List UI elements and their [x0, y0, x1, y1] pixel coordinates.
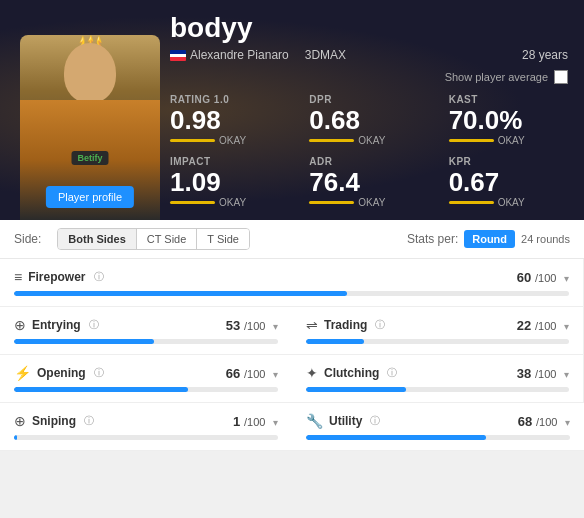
- cat-name-opening: Opening: [37, 366, 86, 380]
- progress-fill-sniping: [14, 435, 17, 440]
- rounds-count-label: 24 rounds: [521, 233, 570, 245]
- cat-info-clutching: ⓘ: [387, 366, 397, 380]
- cat-arrow-opening[interactable]: ▾: [273, 369, 278, 380]
- progress-bg-entrying: [14, 339, 278, 344]
- progress-fill-trading: [306, 339, 364, 344]
- progress-bg-clutching: [306, 387, 569, 392]
- category-clutching: ✦ Clutching ⓘ 38 /100 ▾: [292, 355, 584, 403]
- cat-arrow-firepower[interactable]: ▾: [564, 273, 569, 284]
- cat-left-entrying: ⊕ Entrying ⓘ: [14, 317, 99, 333]
- cat-info-firepower: ⓘ: [94, 270, 104, 284]
- cat-left-trading: ⇌ Trading ⓘ: [306, 317, 385, 333]
- gray-bar-impact: [170, 201, 215, 204]
- stat-kpr-value: 0.67: [449, 169, 568, 195]
- entrying-icon: ⊕: [14, 317, 26, 333]
- tab-both-sides[interactable]: Both Sides: [58, 229, 136, 249]
- cat-score-max-trading: /100: [535, 320, 556, 332]
- cat-name-sniping: Sniping: [32, 414, 76, 428]
- cat-header-entrying: ⊕ Entrying ⓘ 53 /100 ▾: [14, 317, 278, 333]
- cat-arrow-utility[interactable]: ▾: [565, 417, 570, 428]
- gray-bar-dpr: [309, 139, 354, 142]
- cat-score-max-opening: /100: [244, 368, 265, 380]
- cat-score-num-clutching: 38: [517, 366, 531, 381]
- stat-impact-gray: OKAY: [170, 197, 289, 208]
- stat-kast-label: KAST: [449, 94, 568, 105]
- cat-score-num-firepower: 60: [517, 270, 531, 285]
- player-head: [64, 43, 116, 103]
- cat-arrow-entrying[interactable]: ▾: [273, 321, 278, 332]
- cat-header-trading: ⇌ Trading ⓘ 22 /100 ▾: [306, 317, 569, 333]
- cat-header-utility: 🔧 Utility ⓘ 68 /100 ▾: [306, 413, 570, 429]
- tab-ct-side[interactable]: CT Side: [137, 229, 198, 249]
- category-firepower: ≡ Firepower ⓘ 60 /100 ▾: [0, 259, 584, 307]
- cat-score-max-sniping: /100: [244, 416, 265, 428]
- round-button[interactable]: Round: [464, 230, 515, 248]
- stat-kpr: KPR 0.67 OKAY: [449, 156, 568, 208]
- stat-adr-gray: OKAY: [309, 197, 428, 208]
- gray-label-rating: OKAY: [219, 135, 246, 146]
- cat-score-num-sniping: 1: [233, 414, 240, 429]
- stat-dpr-value: 0.68: [309, 107, 428, 133]
- cat-arrow-sniping[interactable]: ▾: [273, 417, 278, 428]
- cat-left-firepower: ≡ Firepower ⓘ: [14, 269, 104, 285]
- stat-dpr: DPR 0.68 OKAY: [309, 94, 428, 146]
- player-meta: Alexandre Pianaro 3DMAX 28 years: [170, 48, 568, 62]
- stat-kast-gray: OKAY: [449, 135, 568, 146]
- cat-score-clutching: 38 /100 ▾: [517, 366, 569, 381]
- stat-rating-label: RATING 1.0: [170, 94, 289, 105]
- progress-fill-clutching: [306, 387, 406, 392]
- cat-info-sniping: ⓘ: [84, 414, 94, 428]
- stat-kast-value: 70.0%: [449, 107, 568, 133]
- cat-score-utility: 68 /100 ▾: [518, 414, 570, 429]
- gray-label-dpr: OKAY: [358, 135, 385, 146]
- cat-arrow-clutching[interactable]: ▾: [564, 369, 569, 380]
- gray-label-impact: OKAY: [219, 197, 246, 208]
- player-age: 28 years: [522, 48, 568, 62]
- side-label: Side:: [14, 232, 41, 246]
- category-trading: ⇌ Trading ⓘ 22 /100 ▾: [292, 307, 584, 355]
- player-team: 3DMAX: [305, 48, 346, 62]
- gray-bar-kast: [449, 139, 494, 142]
- stat-impact-value: 1.09: [170, 169, 289, 195]
- category-utility: 🔧 Utility ⓘ 68 /100 ▾: [292, 403, 584, 451]
- stats-grid: RATING 1.0 0.98 OKAY DPR 0.68 OKAY KAST …: [170, 94, 568, 208]
- stat-adr: ADR 76.4 OKAY: [309, 156, 428, 208]
- progress-bg-sniping: [14, 435, 278, 440]
- stat-dpr-gray: OKAY: [309, 135, 428, 146]
- cat-score-trading: 22 /100 ▾: [517, 318, 569, 333]
- progress-bg-utility: [306, 435, 570, 440]
- side-tabs: Both Sides CT Side T Side: [57, 228, 250, 250]
- stat-rating: RATING 1.0 0.98 OKAY: [170, 94, 289, 146]
- cat-arrow-trading[interactable]: ▾: [564, 321, 569, 332]
- cat-name-firepower: Firepower: [28, 270, 85, 284]
- cat-score-max-utility: /100: [536, 416, 557, 428]
- stats-per-label: Stats per:: [407, 232, 458, 246]
- cat-name-trading: Trading: [324, 318, 367, 332]
- cat-score-max-entrying: /100: [244, 320, 265, 332]
- tab-t-side[interactable]: T Side: [197, 229, 249, 249]
- cat-header-firepower: ≡ Firepower ⓘ 60 /100 ▾: [14, 269, 569, 285]
- player-country: Alexandre Pianaro: [170, 48, 289, 62]
- cat-header-sniping: ⊕ Sniping ⓘ 1 /100 ▾: [14, 413, 278, 429]
- stat-kpr-gray: OKAY: [449, 197, 568, 208]
- cat-score-sniping: 1 /100 ▾: [233, 414, 278, 429]
- progress-fill-opening: [14, 387, 188, 392]
- cat-left-opening: ⚡ Opening ⓘ: [14, 365, 104, 381]
- progress-fill-utility: [306, 435, 486, 440]
- firepower-icon: ≡: [14, 269, 22, 285]
- cat-name-clutching: Clutching: [324, 366, 379, 380]
- cat-score-firepower: 60 /100 ▾: [517, 270, 569, 285]
- stat-dpr-label: DPR: [309, 94, 428, 105]
- cat-info-trading: ⓘ: [375, 318, 385, 332]
- stat-impact-label: IMPACT: [170, 156, 289, 167]
- side-selector: Side: Both Sides CT Side T Side: [14, 228, 250, 250]
- cat-header-clutching: ✦ Clutching ⓘ 38 /100 ▾: [306, 365, 569, 381]
- stats-per-container: Stats per: Round 24 rounds: [407, 230, 570, 248]
- stat-kast: KAST 70.0% OKAY: [449, 94, 568, 146]
- cat-score-num-utility: 68: [518, 414, 532, 429]
- show-average-checkbox[interactable]: [554, 70, 568, 84]
- progress-fill-firepower: [14, 291, 347, 296]
- cat-score-num-trading: 22: [517, 318, 531, 333]
- gray-label-kpr: OKAY: [498, 197, 525, 208]
- player-profile-button[interactable]: Player profile: [46, 186, 134, 208]
